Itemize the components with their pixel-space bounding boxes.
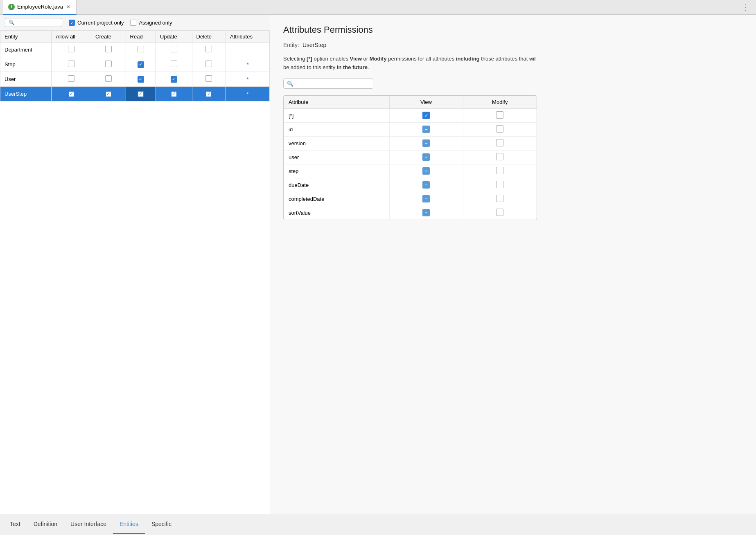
attributes-permissions-title: Attributes Permissions xyxy=(283,25,743,35)
file-tab[interactable]: I EmployeeRole.java ✕ xyxy=(3,0,77,15)
entity-create-cell[interactable]: ✓ xyxy=(91,87,126,101)
entity-attributes-cell[interactable] xyxy=(226,43,270,57)
content-area: 🔍 Current project only Assigned only xyxy=(0,15,756,514)
view-minus-checkbox[interactable]: − xyxy=(422,153,430,161)
entity-info-row: Entity: UserStep xyxy=(283,42,743,48)
attr-view-cell[interactable]: ✓ xyxy=(389,108,463,122)
attr-view-cell[interactable]: − xyxy=(389,150,463,164)
entity-update-cell[interactable]: ✓ xyxy=(156,87,192,101)
entity-attributes-cell[interactable]: * xyxy=(226,72,270,87)
current-project-checkbox-group[interactable]: Current project only xyxy=(69,20,124,26)
attr-name-cell: user xyxy=(284,150,389,164)
entity-delete-cell[interactable] xyxy=(192,72,226,87)
attr-view-cell[interactable]: − xyxy=(389,164,463,178)
modify-empty-checkbox[interactable] xyxy=(496,111,503,119)
attr-view-cell[interactable]: − xyxy=(389,192,463,206)
entity-update-cell[interactable] xyxy=(156,43,192,57)
entity-create-cell[interactable] xyxy=(91,72,126,87)
modify-empty-checkbox[interactable] xyxy=(496,167,503,174)
entity-allow_all-cell[interactable] xyxy=(52,43,91,57)
entity-allow_all-cell[interactable]: ✓ xyxy=(52,87,91,101)
attr-modify-cell[interactable] xyxy=(463,108,537,122)
bottom-tab-definition[interactable]: Definition xyxy=(27,515,64,534)
attr-modify-cell[interactable] xyxy=(463,178,537,192)
entity-name-cell: User xyxy=(0,72,52,87)
view-minus-checkbox[interactable]: − xyxy=(422,181,430,189)
entity-read-cell[interactable] xyxy=(126,43,156,57)
modify-empty-checkbox[interactable] xyxy=(496,153,503,160)
entity-update-cell[interactable]: ✓ xyxy=(156,72,192,87)
entity-allow_all-cell[interactable] xyxy=(52,57,91,72)
view-checked-checkbox[interactable]: ✓ xyxy=(422,112,430,119)
assigned-only-checkbox-group[interactable]: Assigned only xyxy=(130,20,172,26)
attr-view-cell[interactable]: − xyxy=(389,206,463,220)
assigned-only-label: Assigned only xyxy=(139,20,172,26)
asterisk-link[interactable]: * xyxy=(246,91,248,97)
bottom-tab-specific[interactable]: Specific xyxy=(145,515,178,534)
description-text: Selecting [*] option enables View or Mod… xyxy=(283,55,537,72)
bottom-tab-user-interface[interactable]: User Interface xyxy=(64,515,113,534)
asterisk-link[interactable]: * xyxy=(246,61,248,68)
view-minus-checkbox[interactable]: − xyxy=(422,126,430,133)
asterisk-link[interactable]: * xyxy=(246,76,248,83)
search-box[interactable]: 🔍 xyxy=(5,18,62,27)
attr-modify-cell[interactable] xyxy=(463,192,537,206)
attr-view-cell[interactable]: − xyxy=(389,136,463,150)
modify-empty-checkbox[interactable] xyxy=(496,181,503,188)
bottom-tab-entities[interactable]: Entities xyxy=(113,515,145,534)
modify-empty-checkbox[interactable] xyxy=(496,139,503,146)
attr-modify-cell[interactable] xyxy=(463,164,537,178)
col-delete: Delete xyxy=(192,31,226,43)
entity-delete-cell[interactable]: ✓ xyxy=(192,87,226,101)
view-minus-checkbox[interactable]: − xyxy=(422,195,430,202)
entity-read-cell[interactable]: ✓ xyxy=(126,72,156,87)
entity-read-cell[interactable]: ✓ xyxy=(126,87,156,101)
entity-row[interactable]: User✓✓* xyxy=(0,72,270,87)
attr-row: step− xyxy=(284,164,537,178)
attr-modify-cell[interactable] xyxy=(463,150,537,164)
modify-empty-checkbox[interactable] xyxy=(496,195,503,202)
modify-empty-checkbox[interactable] xyxy=(496,125,503,133)
left-panel: 🔍 Current project only Assigned only xyxy=(0,15,270,514)
tab-close-button[interactable]: ✕ xyxy=(65,3,71,11)
attr-modify-cell[interactable] xyxy=(463,122,537,136)
tab-menu-button[interactable]: ⋮ xyxy=(739,1,753,13)
entity-attributes-cell[interactable]: * xyxy=(226,57,270,72)
entity-update-cell[interactable] xyxy=(156,57,192,72)
entity-row[interactable]: Step✓* xyxy=(0,57,270,72)
col-attributes: Attributes xyxy=(226,31,270,43)
entity-create-cell[interactable] xyxy=(91,43,126,57)
entity-allow_all-cell[interactable] xyxy=(52,72,91,87)
attr-name-cell: dueDate xyxy=(284,178,389,192)
entity-attributes-cell[interactable]: * xyxy=(226,87,270,101)
entity-row[interactable]: Department xyxy=(0,43,270,57)
attr-table-container: Attribute View Modify [*]✓id−version−use… xyxy=(283,95,537,220)
attr-view-cell[interactable]: − xyxy=(389,178,463,192)
attr-row: sortValue− xyxy=(284,206,537,220)
attr-row: id− xyxy=(284,122,537,136)
attr-modify-cell[interactable] xyxy=(463,136,537,150)
modify-empty-checkbox[interactable] xyxy=(496,209,503,216)
view-minus-checkbox[interactable]: − xyxy=(422,209,430,216)
attr-search-box[interactable]: 🔍 xyxy=(283,79,373,89)
attr-row: version− xyxy=(284,136,537,150)
view-minus-checkbox[interactable]: − xyxy=(422,167,430,175)
entity-read-cell[interactable]: ✓ xyxy=(126,57,156,72)
entity-delete-cell[interactable] xyxy=(192,57,226,72)
entity-create-cell[interactable] xyxy=(91,57,126,72)
attr-name-cell: sortValue xyxy=(284,206,389,220)
right-panel: Attributes Permissions Entity: UserStep … xyxy=(270,15,756,514)
attr-search-input[interactable] xyxy=(295,81,369,86)
bottom-tabs: TextDefinitionUser InterfaceEntitiesSpec… xyxy=(0,514,756,535)
assigned-only-checkbox[interactable] xyxy=(130,20,136,26)
entity-row[interactable]: UserStep✓✓✓✓✓* xyxy=(0,87,270,101)
view-minus-checkbox[interactable]: − xyxy=(422,139,430,147)
current-project-checkbox[interactable] xyxy=(69,20,75,26)
tab-bar: I EmployeeRole.java ✕ ⋮ xyxy=(0,0,756,15)
search-input[interactable] xyxy=(16,20,57,25)
bottom-tab-text[interactable]: Text xyxy=(3,515,27,534)
attr-name-cell: id xyxy=(284,122,389,136)
attr-view-cell[interactable]: − xyxy=(389,122,463,136)
attr-modify-cell[interactable] xyxy=(463,206,537,220)
entity-delete-cell[interactable] xyxy=(192,43,226,57)
